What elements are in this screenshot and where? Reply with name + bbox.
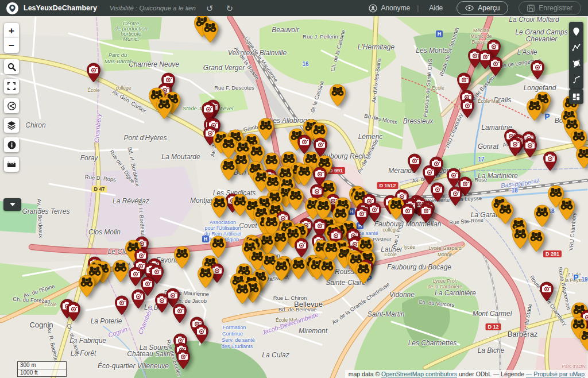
- scale-bar: 300 m 1000 ft: [17, 361, 67, 377]
- zoom-in-button[interactable]: +: [4, 23, 19, 38]
- umap-logo-icon[interactable]: [6, 2, 18, 14]
- map-marker-binoculars[interactable]: [526, 98, 543, 124]
- map-marker-camera[interactable]: [114, 295, 129, 318]
- info-button[interactable]: [4, 137, 19, 152]
- map-marker-camera[interactable]: [400, 203, 415, 226]
- map-marker-camera[interactable]: [86, 63, 101, 85]
- help-link[interactable]: Aide: [425, 3, 446, 13]
- map-marker-camera[interactable]: [523, 138, 537, 160]
- map-marker-camera[interactable]: [154, 293, 169, 315]
- preview-button[interactable]: Aperçu: [457, 1, 508, 15]
- map-marker-camera[interactable]: [539, 281, 554, 304]
- map-marker-camera[interactable]: [66, 302, 81, 324]
- draw-polyline-icon: [572, 43, 581, 52]
- map-marker-camera[interactable]: [448, 186, 463, 209]
- map-marker-camera[interactable]: [508, 137, 523, 159]
- share-icon: [7, 102, 16, 110]
- map-marker-camera[interactable]: [176, 349, 191, 372]
- map-marker-binoculars[interactable]: [558, 198, 575, 223]
- map-marker-binoculars[interactable]: [287, 188, 304, 213]
- draw-line-button[interactable]: [569, 72, 583, 87]
- map-marker-binoculars[interactable]: [575, 146, 588, 171]
- map-marker-binoculars[interactable]: [512, 226, 529, 252]
- svg-text:1: 1: [14, 161, 15, 163]
- measure-button[interactable]: 01: [4, 157, 19, 172]
- attribution-bar: map data © OpenStreetMap contributors un…: [345, 370, 588, 378]
- map-marker-camera[interactable]: [407, 153, 422, 176]
- map-marker-camera[interactable]: [172, 303, 187, 326]
- undo-button[interactable]: ↺: [204, 4, 216, 13]
- map-marker-camera[interactable]: [131, 289, 146, 311]
- parking-icon: P: [573, 273, 578, 282]
- map-marker-binoculars[interactable]: [234, 281, 251, 307]
- svg-text:0: 0: [8, 161, 9, 163]
- redo-button[interactable]: ↻: [223, 4, 235, 13]
- map-marker-camera[interactable]: [543, 151, 558, 173]
- map-marker-binoculars[interactable]: [290, 257, 307, 282]
- visibility-status: Visibilité : Quiconque a le lien: [110, 5, 196, 11]
- legend-link[interactable]: — Légende: [493, 371, 526, 377]
- map-marker-binoculars[interactable]: [528, 229, 545, 254]
- zoom-in-icon: +: [9, 26, 14, 36]
- share-button[interactable]: [4, 98, 19, 113]
- preview-label: Aperçu: [478, 4, 500, 12]
- user-menu[interactable]: Anonyme: [369, 4, 410, 13]
- map-marker-binoculars[interactable]: [211, 195, 228, 221]
- save-button[interactable]: Enregistrer: [519, 1, 581, 15]
- attribution-prefix: map data ©: [349, 371, 381, 377]
- layers-icon: [7, 121, 16, 130]
- map-marker-binoculars[interactable]: [197, 265, 214, 291]
- draw-polyline-button[interactable]: [569, 40, 583, 55]
- draw-polygon-icon: [572, 59, 581, 68]
- map-marker-binoculars[interactable]: [579, 328, 588, 353]
- search-button[interactable]: [4, 59, 19, 74]
- map-marker-binoculars[interactable]: [112, 260, 129, 285]
- map-canvas[interactable]: Charrière NeuveChironPont d'HyèresBeauvo…: [0, 16, 588, 378]
- top-bar: LesYeuxDeChambery Visibilité : Quiconque…: [0, 0, 588, 16]
- draw-marker-button[interactable]: [569, 24, 583, 38]
- draw-marker-icon: [572, 27, 580, 36]
- search-icon: [7, 63, 16, 71]
- zoom-out-button[interactable]: −: [4, 38, 19, 53]
- map-marker-camera[interactable]: [194, 324, 209, 346]
- map-marker-binoculars[interactable]: [319, 259, 336, 284]
- powered-by-umap-link[interactable]: — Propulsé par uMap: [526, 371, 585, 377]
- map-marker-camera[interactable]: [419, 203, 434, 226]
- eye-icon: [465, 5, 474, 11]
- user-icon: [369, 4, 377, 13]
- map-marker-binoculars[interactable]: [202, 20, 219, 45]
- attribution-middle: under ODbL: [457, 371, 493, 377]
- map-marker-binoculars[interactable]: [355, 261, 372, 287]
- draw-polygon-button[interactable]: [569, 56, 583, 71]
- map-marker-binoculars[interactable]: [329, 84, 346, 109]
- draw-toolbar: [569, 22, 583, 89]
- umap-editor: { "header": { "title": "LesYeuxDeChamber…: [0, 0, 588, 378]
- separator: |: [417, 4, 419, 12]
- info-icon: [7, 141, 16, 149]
- map-marker-binoculars[interactable]: [220, 158, 237, 183]
- draw-line-icon: [572, 75, 581, 84]
- save-icon: [527, 5, 535, 12]
- save-label: Enregistrer: [539, 4, 572, 12]
- map-marker-binoculars[interactable]: [533, 205, 551, 230]
- toolbar-collapse-button[interactable]: [3, 198, 21, 211]
- dashboard-button[interactable]: [569, 89, 583, 104]
- fullscreen-icon: [7, 82, 16, 90]
- map-marker-binoculars[interactable]: [273, 259, 290, 284]
- osm-contributors-link[interactable]: OpenStreetMap contributors: [381, 371, 457, 377]
- map-marker-camera[interactable]: [460, 98, 475, 121]
- map-marker-binoculars[interactable]: [173, 246, 191, 271]
- zoom-out-icon: −: [9, 41, 14, 51]
- user-name: Anonyme: [381, 4, 410, 12]
- map-marker-camera[interactable]: [530, 60, 545, 82]
- map-marker-camera[interactable]: [488, 56, 503, 79]
- dashboard-icon: [572, 92, 580, 101]
- chevron-down-icon: [9, 202, 16, 207]
- map-marker-binoculars[interactable]: [156, 97, 173, 122]
- measure-icon: 01: [7, 161, 16, 168]
- layers-button[interactable]: [4, 118, 19, 133]
- hospital-icon: H: [436, 30, 443, 37]
- scale-imperial: 1000 ft: [17, 369, 67, 377]
- map-marker-binoculars[interactable]: [78, 275, 95, 300]
- fullscreen-button[interactable]: [4, 79, 19, 94]
